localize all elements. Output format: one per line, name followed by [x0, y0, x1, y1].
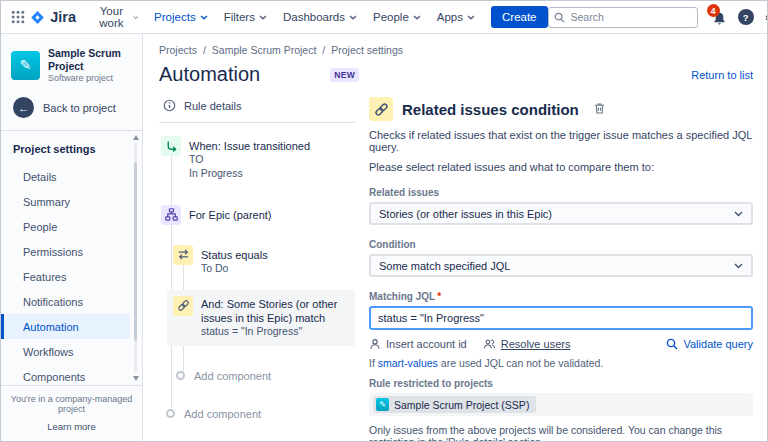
add-component-root[interactable]: Add component: [161, 408, 355, 420]
breadcrumb: Projects Sample Scrum Project Project se…: [159, 44, 753, 56]
restriction-note: Only issues from the above projects will…: [369, 424, 753, 441]
return-to-list-link[interactable]: Return to list: [691, 69, 753, 81]
chevron-down-icon: [259, 15, 267, 20]
chevron-down-icon: [133, 15, 138, 20]
required-asterisk: *: [437, 291, 441, 302]
breadcrumb-settings[interactable]: Project settings: [331, 44, 403, 56]
related-issues-condition-item[interactable]: And: Some Stories (or other issues in th…: [167, 290, 355, 346]
chevron-down-icon: [349, 15, 357, 20]
smart-values-link[interactable]: smart-values: [378, 357, 438, 369]
nav-your-work[interactable]: Your work: [86, 1, 146, 34]
trash-icon: [593, 102, 606, 115]
add-component-circle-icon: [166, 409, 175, 418]
jira-logo[interactable]: Jira: [29, 9, 76, 26]
transition-icon: [161, 136, 181, 156]
matching-jql-label: Matching JQL*: [369, 291, 753, 302]
trigger-item[interactable]: When: Issue transitioned TO In Progress: [161, 136, 355, 181]
add-component-nested[interactable]: Add component: [173, 370, 355, 382]
scroll-up-icon[interactable]: [133, 135, 139, 140]
project-sidebar: ✎ Sample Scrum Project Software project …: [1, 34, 143, 441]
rule-details-item[interactable]: Rule details: [159, 97, 355, 123]
chevron-down-icon: [467, 15, 475, 20]
related-issues-select[interactable]: Stories (or other issues in this Epic): [369, 202, 753, 225]
project-avatar: ✎: [11, 51, 40, 80]
search-icon: [554, 12, 565, 25]
sidebar-item-components[interactable]: Components: [1, 364, 130, 385]
add-component-circle-icon: [176, 371, 185, 380]
sidebar-footer: You're in a company-managed project Lear…: [1, 385, 142, 441]
learn-more-link[interactable]: Learn more: [47, 421, 96, 432]
validate-query-button[interactable]: Validate query: [666, 338, 753, 350]
condition-instruction: Please select related issues and what to…: [369, 161, 753, 173]
scrollbar-thumb[interactable]: [134, 162, 137, 341]
chevron-down-icon: [734, 211, 743, 217]
notifications-button[interactable]: 4: [709, 8, 727, 26]
resolve-users-button[interactable]: Resolve users: [483, 338, 571, 350]
gear-icon: ⚙: [765, 9, 768, 26]
condition-title: Related issues condition: [402, 101, 579, 118]
notification-badge: 4: [707, 4, 720, 17]
smart-values-note: If smart-values are used JQL can not be …: [369, 357, 753, 369]
status-condition-item[interactable]: Status equals To Do: [173, 245, 355, 276]
global-search: [548, 7, 698, 28]
sidebar-item-people[interactable]: People: [1, 214, 130, 239]
project-tag-icon: ✎: [376, 398, 389, 411]
main-content: Projects Sample Scrum Project Project se…: [143, 34, 767, 441]
help-button[interactable]: ?: [738, 9, 754, 25]
nav-filters[interactable]: Filters: [216, 1, 275, 34]
compare-icon: [173, 245, 193, 265]
nav-projects[interactable]: Projects: [146, 1, 216, 34]
grid-icon: [11, 10, 25, 24]
jira-logo-icon: [29, 9, 46, 26]
help-icon: ?: [743, 12, 749, 23]
sidebar-item-details[interactable]: Details: [1, 164, 130, 189]
scrollbar-track[interactable]: [134, 143, 137, 373]
back-to-project[interactable]: ← Back to project: [1, 92, 142, 130]
breadcrumb-projects[interactable]: Projects: [159, 44, 212, 56]
condition-select[interactable]: Some match specified JQL: [369, 254, 753, 277]
app-switcher-button[interactable]: [9, 4, 27, 30]
pencil-icon: ✎: [20, 57, 32, 73]
branch-icon: [161, 205, 181, 225]
person-icon: [369, 338, 381, 350]
back-arrow-icon: ←: [13, 97, 34, 118]
jira-logo-text: Jira: [50, 9, 76, 25]
scroll-down-icon[interactable]: [133, 376, 139, 381]
nav-apps[interactable]: Apps: [429, 1, 483, 34]
restricted-projects-field: ✎ Sample Scrum Project (SSP): [369, 393, 753, 416]
chevron-down-icon: [734, 263, 743, 269]
sidebar-item-summary[interactable]: Summary: [1, 189, 130, 214]
search-icon: [666, 338, 678, 350]
rule-timeline: Rule details When: Issue transitione: [159, 97, 355, 435]
search-input[interactable]: [548, 7, 698, 28]
rule-restricted-label: Rule restricted to projects: [369, 378, 753, 389]
settings-button[interactable]: ⚙: [765, 10, 768, 25]
create-button[interactable]: Create: [491, 6, 548, 28]
condition-description: Checks if related issues that exist on t…: [369, 129, 753, 153]
insert-account-id-button[interactable]: Insert account id: [369, 338, 467, 350]
branch-item[interactable]: For Epic (parent): [161, 205, 355, 225]
managed-project-text: You're in a company-managed project: [5, 394, 138, 414]
nav-people[interactable]: People: [365, 1, 429, 34]
breadcrumb-project[interactable]: Sample Scrum Project: [212, 44, 331, 56]
project-type: Software project: [48, 73, 134, 83]
delete-condition-button[interactable]: [593, 100, 606, 118]
timeline-connector: [171, 144, 172, 408]
nav-dashboards[interactable]: Dashboards: [275, 1, 365, 34]
project-header: ✎ Sample Scrum Project Software project: [1, 34, 142, 92]
project-name: Sample Scrum Project: [48, 47, 134, 72]
top-navigation: Jira Your work Projects Filters Dashboar…: [1, 1, 767, 34]
link-icon: [369, 97, 393, 121]
sidebar-item-automation[interactable]: Automation: [1, 314, 130, 339]
sidebar-item-permissions[interactable]: Permissions: [1, 239, 130, 264]
condition-label: Condition: [369, 239, 753, 250]
sidebar-scrollbar[interactable]: [131, 135, 140, 381]
sidebar-item-workflows[interactable]: Workflows: [1, 339, 130, 364]
sidebar-item-features[interactable]: Features: [1, 264, 130, 289]
project-tag: ✎ Sample Scrum Project (SSP): [373, 396, 536, 413]
matching-jql-input[interactable]: [369, 306, 753, 330]
chevron-down-icon: [413, 15, 421, 20]
sidebar-item-notifications[interactable]: Notifications: [1, 289, 130, 314]
pencil-icon: ✎: [379, 400, 386, 409]
condition-form: Related issues condition Checks if relat…: [369, 97, 753, 435]
